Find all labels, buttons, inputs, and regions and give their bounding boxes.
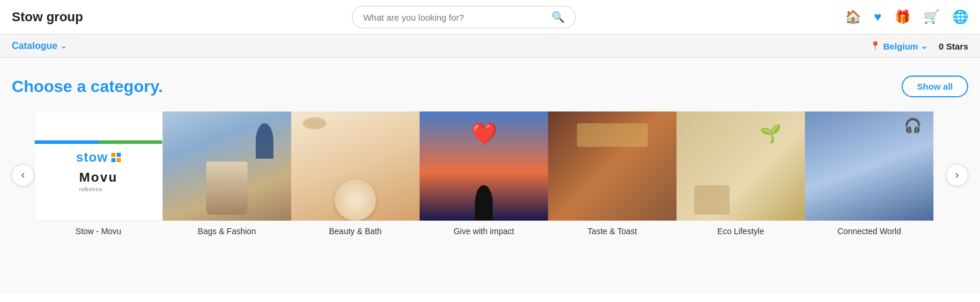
category-card-taste-toast[interactable]: Taste & Toast [548,111,677,238]
catalogue-chevron-icon: ⌄ [61,42,67,50]
card-label-stow-movu: Stow - Movu [73,221,124,238]
location-pin-icon: 📍 [870,41,881,51]
subnav: Catalogue ⌄ 📍 Belgium ⌄ 0 Stars [0,35,980,58]
gift-icon[interactable]: 🎁 [895,9,910,25]
category-card-eco-lifestyle[interactable]: 🌱 Eco Lifestyle [677,111,805,238]
silhouette-figure [475,185,493,221]
movu-text: Movu [79,170,117,185]
category-title-dot: . [158,77,163,96]
stow-text: stow [76,150,108,165]
card-label-bags-fashion: Bags & Fashion [196,221,259,238]
card-image-eco-lifestyle: 🌱 [677,111,805,221]
header-icon-group: 🏠 ♥ 🎁 🛒 🌐 [845,9,968,25]
search-icon[interactable]: 🔍 [552,11,565,24]
square-orange-1 [111,153,116,157]
color-bar [35,140,162,144]
logo-card-image: stow Movu robotics [34,111,163,221]
location-chevron-icon: ⌄ [920,41,928,51]
movu-robotics-text: robotics [79,186,117,192]
subnav-right: 📍 Belgium ⌄ 0 Stars [870,41,968,51]
square-orange-2 [117,158,121,162]
heart-balloons-icon: ❤️ [471,123,497,145]
card-label-taste-toast: Taste & Toast [585,221,639,238]
catalogue-menu[interactable]: Catalogue ⌄ [12,41,67,51]
globe-icon[interactable]: 🌐 [952,9,968,25]
card-image-connected-world: 🎧 [805,111,933,221]
stars-display: 0 Stars [939,41,968,51]
stow-logo: stow [76,150,121,165]
square-blue-1 [117,153,121,157]
card-image-taste-toast [548,111,677,221]
location-selector[interactable]: 📍 Belgium ⌄ [870,41,928,51]
category-card-give-impact[interactable]: ❤️ Give with impact [420,111,548,238]
card-label-connected-world: Connected World [835,221,903,238]
carousel-next-button[interactable]: › [946,164,968,186]
category-carousel: ‹ stow [12,111,968,238]
category-title-text: Choose a category [12,77,158,96]
logo: Stow group [12,9,83,25]
stow-squares [111,153,121,162]
carousel-prev-button[interactable]: ‹ [12,164,34,186]
square-blue-2 [111,158,116,162]
category-title: Choose a category. [12,77,163,96]
catalogue-label: Catalogue [12,41,57,51]
cart-icon[interactable]: 🛒 [923,9,939,25]
main-content: Choose a category. Show all ‹ stow [0,58,980,294]
category-card-connected-world[interactable]: 🎧 Connected World [805,111,933,238]
category-header: Choose a category. Show all [12,76,968,97]
search-input[interactable] [363,12,552,22]
heart-icon[interactable]: ♥ [874,9,882,25]
card-label-beauty-bath: Beauty & Bath [326,221,384,238]
card-image-beauty-bath [291,111,420,221]
card-label-eco-lifestyle: Eco Lifestyle [715,221,766,238]
location-label: Belgium [883,41,918,51]
movu-logo: Movu robotics [79,170,117,192]
search-bar[interactable]: 🔍 [352,6,576,28]
card-image-bags-fashion [163,111,291,221]
search-wrapper: 🔍 [95,6,833,28]
category-card-stow-movu[interactable]: stow Movu robotics [34,111,163,238]
card-label-give-impact: Give with impact [451,221,517,238]
carousel-track: stow Movu robotics [34,111,946,238]
category-card-beauty-bath[interactable]: Beauty & Bath [291,111,420,238]
category-card-bags-fashion[interactable]: Bags & Fashion [163,111,291,238]
card-image-give-impact: ❤️ [420,111,548,221]
give-impact-inner: ❤️ [420,111,548,221]
home-icon[interactable]: 🏠 [845,9,861,25]
header: Stow group 🔍 🏠 ♥ 🎁 🛒 🌐 [0,0,980,35]
show-all-button[interactable]: Show all [902,76,968,97]
